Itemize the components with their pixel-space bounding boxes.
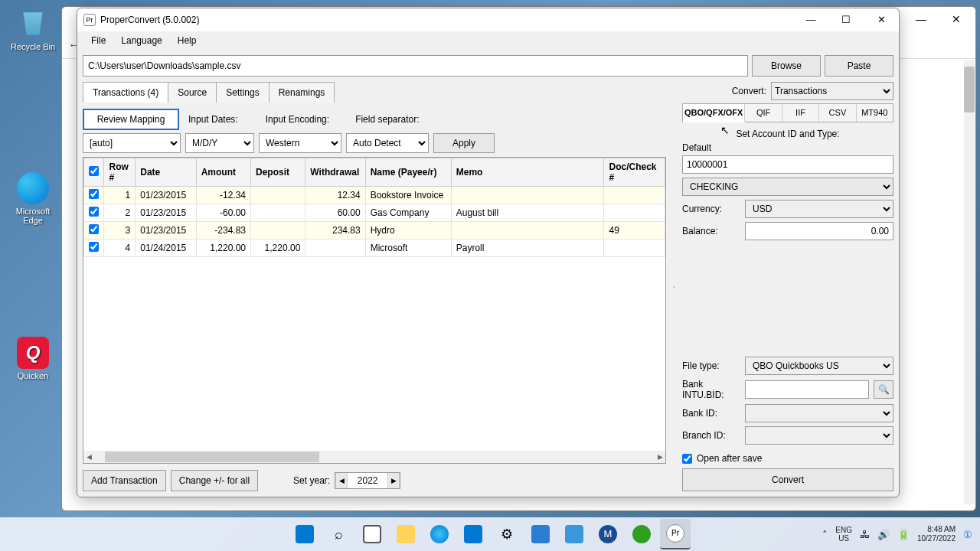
tab-source[interactable]: Source (168, 82, 217, 103)
bg-minimize-button[interactable]: ― (903, 8, 939, 31)
col-date[interactable]: Date (136, 158, 196, 187)
bankid-label: Bank ID: (682, 408, 740, 419)
file-path-input[interactable] (83, 55, 748, 77)
table-row[interactable]: 201/23/2015 -60.00 60.00Gas Company Augu… (84, 204, 665, 222)
open-after-checkbox[interactable] (682, 454, 692, 464)
account-type-select[interactable]: CHECKING (682, 178, 893, 196)
format-tab-mt940[interactable]: MT940 (857, 104, 893, 122)
branch-select[interactable] (745, 426, 893, 445)
format-tab-qbo[interactable]: QBO/QFX/OFX (683, 104, 745, 122)
filetype-select[interactable]: QBO Quickbooks US (745, 357, 893, 375)
input-dates-label: Input Dates: (188, 114, 238, 125)
explorer-icon[interactable] (390, 519, 421, 549)
year-next-icon[interactable]: ▶ (387, 473, 400, 488)
encoding-select[interactable]: Western (259, 133, 341, 153)
date-format-select[interactable]: M/D/Y (185, 133, 254, 153)
currency-select[interactable]: USD (745, 200, 893, 218)
col-row[interactable]: Row # (104, 158, 136, 187)
maximize-button[interactable]: ☐ (828, 9, 864, 31)
convert-select[interactable]: Transactions (771, 82, 893, 100)
input-encoding-label: Input Encoding: (266, 114, 329, 125)
settings-icon[interactable]: ⚙ (492, 519, 522, 549)
convert-label: Convert: (732, 86, 766, 96)
auto-select[interactable]: [auto] (83, 133, 181, 153)
add-transaction-button[interactable]: Add Transaction (83, 470, 166, 491)
change-sign-button[interactable]: Change +/- for all (171, 470, 258, 491)
intu-search-button[interactable]: 🔍 (874, 380, 893, 399)
table-row[interactable]: 301/23/2015 -234.83 234.83Hydro 49 (84, 222, 665, 240)
recycle-bin-icon[interactable]: Recycle Bin (6, 8, 60, 51)
year-value: 2022 (348, 475, 387, 486)
col-name[interactable]: Name (Payee/r) (365, 158, 451, 187)
format-tab-csv[interactable]: CSV (819, 104, 856, 122)
tab-renamings[interactable]: Renamings (269, 82, 335, 103)
transactions-table: Row # Date Amount Deposit Withdrawal Nam… (83, 158, 665, 257)
bg-close-button[interactable]: ✕ (939, 8, 974, 31)
menu-bar: File Language Help (77, 31, 899, 50)
account-id-input[interactable] (682, 155, 893, 174)
browse-button[interactable]: Browse (752, 55, 821, 77)
intu-input[interactable] (745, 380, 869, 399)
row-checkbox[interactable] (89, 207, 99, 217)
table-row[interactable]: 101/23/2015 -12.34 12.34Bookstore Invoic… (84, 187, 665, 204)
col-amount[interactable]: Amount (196, 158, 250, 187)
close-button[interactable]: ✕ (864, 9, 899, 31)
tab-settings[interactable]: Settings (216, 82, 269, 103)
network-icon[interactable]: 🖧 (860, 529, 870, 540)
format-tab-qif[interactable]: QIF (745, 104, 782, 122)
separator-select[interactable]: Auto Detect (346, 133, 429, 153)
set-year-label: Set year: (293, 475, 330, 486)
quickbooks-icon[interactable] (626, 519, 657, 549)
table-row[interactable]: 401/24/2015 1,220.001,220.00 Microsoft P… (84, 240, 665, 257)
app-icon-3[interactable]: M (593, 519, 623, 549)
row-checkbox[interactable] (89, 224, 99, 234)
properconvert-taskbar-icon[interactable]: Pr (660, 519, 691, 549)
col-check[interactable] (84, 158, 104, 187)
paste-button[interactable]: Paste (825, 55, 893, 77)
language-indicator-1[interactable]: ENG (835, 526, 852, 534)
title-bar: Pr ProperConvert (5.0.002) ― ☐ ✕ (77, 8, 899, 31)
volume-icon[interactable]: 🔊 (877, 529, 890, 540)
edge-icon[interactable]: Microsoft Edge (6, 172, 60, 225)
app-icon-2[interactable] (559, 519, 590, 549)
menu-help[interactable]: Help (170, 33, 204, 48)
quicken-icon[interactable]: QQuicken (6, 337, 60, 380)
apply-button[interactable]: Apply (433, 133, 495, 153)
convert-button[interactable]: Convert (682, 468, 893, 491)
taskview-icon[interactable] (357, 519, 387, 549)
review-mapping-button[interactable]: Review Mapping (83, 109, 179, 130)
format-tab-iif[interactable]: IIF (782, 104, 819, 122)
edge-taskbar-icon[interactable] (424, 519, 455, 549)
col-deposit[interactable]: Deposit (251, 158, 305, 187)
bankid-select[interactable] (745, 404, 893, 422)
start-button[interactable] (289, 519, 320, 549)
language-indicator-2: US (835, 534, 852, 543)
minimize-button[interactable]: ― (793, 9, 828, 31)
window-title: ProperConvert (5.0.002) (100, 15, 793, 25)
clock[interactable]: 8:48 AM10/27/2022 (917, 525, 956, 543)
menu-language[interactable]: Language (113, 33, 169, 48)
notifications-icon[interactable]: ① (963, 529, 972, 540)
menu-file[interactable]: File (83, 33, 113, 48)
store-icon[interactable] (458, 519, 488, 549)
tab-transactions[interactable]: Transactions (4) (83, 82, 168, 103)
horizontal-scrollbar[interactable]: ◀▶ (83, 451, 665, 463)
battery-icon[interactable]: 🔋 (897, 529, 910, 540)
balance-input[interactable] (745, 222, 893, 240)
col-memo[interactable]: Memo (451, 158, 604, 187)
col-withdrawal[interactable]: Withdrawal (305, 158, 365, 187)
splitter[interactable]: ◦ (672, 82, 676, 491)
search-icon[interactable]: ⌕ (323, 519, 354, 549)
col-doc[interactable]: Doc/Check # (604, 158, 665, 187)
open-after-label: Open after save (697, 453, 762, 464)
tray-chevron-icon[interactable]: ˄ (822, 529, 828, 540)
year-spinner[interactable]: ◀ 2022 ▶ (335, 472, 400, 489)
year-prev-icon[interactable]: ◀ (335, 473, 348, 488)
cursor-icon: ↖ (720, 124, 730, 136)
row-checkbox[interactable] (89, 242, 99, 252)
branch-label: Branch ID: (682, 430, 740, 441)
row-checkbox[interactable] (89, 189, 99, 199)
bg-scrollbar[interactable] (964, 60, 975, 504)
field-separator-label: Field separator: (355, 114, 419, 125)
app-icon-1[interactable] (525, 519, 556, 549)
